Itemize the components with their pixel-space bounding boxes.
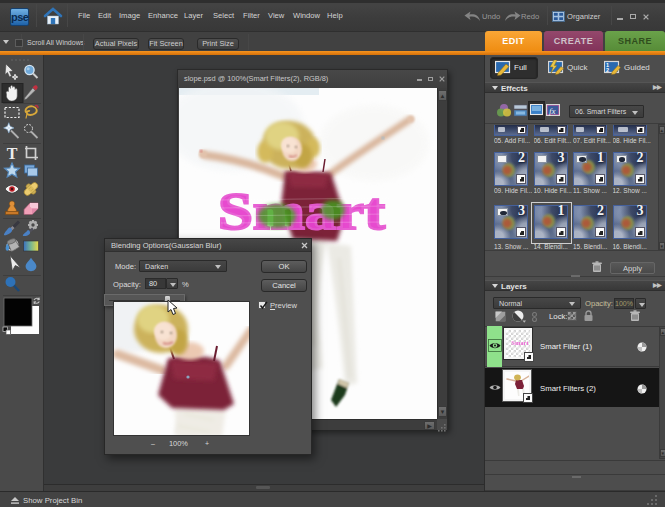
svg-text:fx: fx [549,106,556,116]
svg-text:T: T [7,145,18,162]
svg-text:Smart: Smart [218,183,386,240]
svg-text:2: 2 [606,67,609,73]
